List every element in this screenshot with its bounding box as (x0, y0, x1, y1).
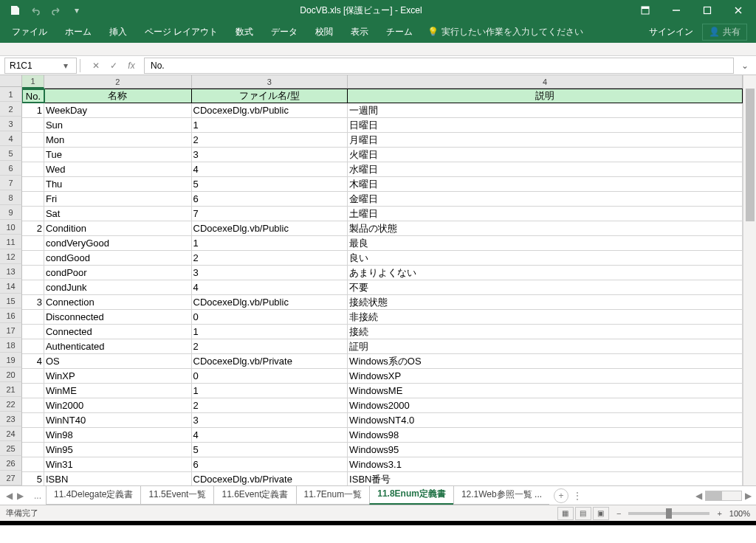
row-header[interactable]: 26 (0, 456, 22, 471)
cell[interactable] (22, 398, 44, 412)
zoom-level[interactable]: 100% (729, 509, 750, 518)
scrollbar-thumb[interactable] (746, 89, 755, 221)
cell[interactable]: WinXP (44, 369, 192, 383)
cell[interactable] (22, 457, 44, 471)
cell[interactable]: Win2000 (44, 398, 192, 412)
minimize-icon[interactable] (662, 0, 691, 21)
cell[interactable]: 1 (192, 384, 348, 398)
sheet-nav-next-icon[interactable]: ▶ (16, 491, 25, 501)
cell[interactable]: Windows95 (348, 443, 743, 457)
ribbon-display-options-icon[interactable] (630, 0, 660, 21)
tab-page-layout[interactable]: ページ レイアウト (136, 21, 227, 43)
cell[interactable]: 3 (22, 295, 44, 309)
cell[interactable] (22, 413, 44, 427)
cell[interactable]: 火曜日 (348, 148, 743, 162)
cell[interactable]: Connected (44, 325, 192, 339)
cell[interactable]: condVeryGood (44, 236, 192, 250)
cell[interactable]: WindowsXP (348, 369, 743, 383)
cell[interactable]: 6 (192, 192, 348, 206)
cell[interactable]: WinME (44, 384, 192, 398)
sheet-tab[interactable]: 11.7Enum一覧 (296, 486, 371, 505)
cell[interactable]: 7 (192, 207, 348, 221)
row-header[interactable]: 11 (0, 235, 22, 249)
row-header[interactable]: 4 (0, 131, 22, 146)
cell[interactable]: ISBN (44, 472, 192, 485)
cell[interactable]: Sat (44, 207, 192, 221)
row-header[interactable]: 25 (0, 441, 22, 456)
cell[interactable]: 2 (22, 221, 44, 235)
cell[interactable]: 月曜日 (348, 133, 743, 147)
cell[interactable]: Win31 (44, 457, 192, 471)
cell[interactable]: condGood (44, 251, 192, 265)
cell[interactable]: 0 (192, 310, 348, 324)
share-button[interactable]: 👤 共有 (702, 24, 747, 41)
cell[interactable]: 製品の状態 (348, 221, 743, 235)
tab-team[interactable]: チーム (377, 21, 422, 43)
name-box-dropdown-icon[interactable]: ▾ (60, 60, 72, 71)
cell[interactable]: 1 (22, 103, 44, 117)
col-header[interactable]: 1 (22, 75, 44, 89)
cell[interactable] (22, 133, 44, 147)
vertical-scrollbar[interactable] (743, 75, 756, 485)
maximize-icon[interactable] (693, 0, 722, 21)
cell[interactable]: 5 (192, 443, 348, 457)
cell[interactable]: Sun (44, 118, 192, 132)
header-cell[interactable]: ファイル名/型 (192, 89, 348, 103)
cell[interactable]: 接続 (348, 325, 743, 339)
row-header[interactable]: 6 (0, 161, 22, 176)
cell[interactable] (22, 251, 44, 265)
cell[interactable]: 2 (192, 339, 348, 353)
row-header[interactable]: 18 (0, 338, 22, 353)
tab-review[interactable]: 校閲 (306, 21, 342, 43)
cell[interactable]: Mon (44, 133, 192, 147)
cell[interactable] (22, 339, 44, 353)
row-header[interactable]: 23 (0, 412, 22, 426)
cell[interactable]: 金曜日 (348, 192, 743, 206)
hscroll-right-icon[interactable]: ▶ (745, 491, 752, 501)
insert-function-icon[interactable]: fx (123, 58, 140, 74)
header-cell[interactable]: 名称 (44, 89, 192, 103)
cell[interactable]: 水曜日 (348, 162, 743, 176)
row-header[interactable]: 24 (0, 426, 22, 441)
cell[interactable] (22, 443, 44, 457)
cell[interactable]: WinNT40 (44, 413, 192, 427)
tell-me-box[interactable]: 💡 実行したい作業を入力してください (427, 26, 583, 38)
cell[interactable]: 3 (192, 266, 348, 280)
cell[interactable]: あまりよくない (348, 266, 743, 280)
cell[interactable] (22, 280, 44, 294)
cell[interactable]: CDocexeDlg.vb/Public (192, 295, 348, 309)
cell[interactable]: ISBN番号 (348, 472, 743, 485)
row-header[interactable]: 3 (0, 117, 22, 131)
col-header[interactable]: 2 (44, 75, 192, 88)
cell[interactable]: Connection (44, 295, 192, 309)
cell[interactable] (22, 192, 44, 206)
sheet-tab[interactable]: 11.6Event定義書 (213, 486, 296, 505)
normal-view-icon[interactable]: ▦ (557, 507, 574, 520)
cell[interactable]: OS (44, 354, 192, 368)
row-header[interactable]: 27 (0, 471, 22, 485)
tab-insert[interactable]: 挿入 (100, 21, 136, 43)
cell[interactable]: Windows系のOS (348, 354, 743, 368)
header-cell[interactable]: 説明 (348, 89, 743, 103)
row-header[interactable]: 21 (0, 382, 22, 397)
cell[interactable]: 木曜日 (348, 177, 743, 191)
cell[interactable]: 1 (192, 236, 348, 250)
cell[interactable]: WindowsME (348, 384, 743, 398)
enter-formula-icon[interactable]: ✓ (106, 58, 122, 74)
cell[interactable]: 3 (192, 148, 348, 162)
cell[interactable] (22, 369, 44, 383)
header-cell[interactable]: No. (22, 89, 44, 103)
tab-view[interactable]: 表示 (342, 21, 377, 43)
cell[interactable]: Authenticated (44, 339, 192, 353)
qat-customize-icon[interactable]: ▾ (68, 1, 86, 19)
hscroll-left-icon[interactable]: ◀ (695, 491, 702, 501)
row-header[interactable]: 8 (0, 190, 22, 205)
cell[interactable]: 非接続 (348, 310, 743, 324)
page-layout-view-icon[interactable]: ▤ (575, 507, 591, 520)
sheet-tab[interactable]: 11.5Event一覧 (140, 486, 214, 505)
expand-formula-bar-icon[interactable]: ⌄ (738, 60, 752, 71)
cell[interactable]: Fri (44, 192, 192, 206)
row-header[interactable]: 20 (0, 367, 22, 382)
cell[interactable]: 4 (192, 280, 348, 294)
redo-icon[interactable] (47, 1, 65, 19)
